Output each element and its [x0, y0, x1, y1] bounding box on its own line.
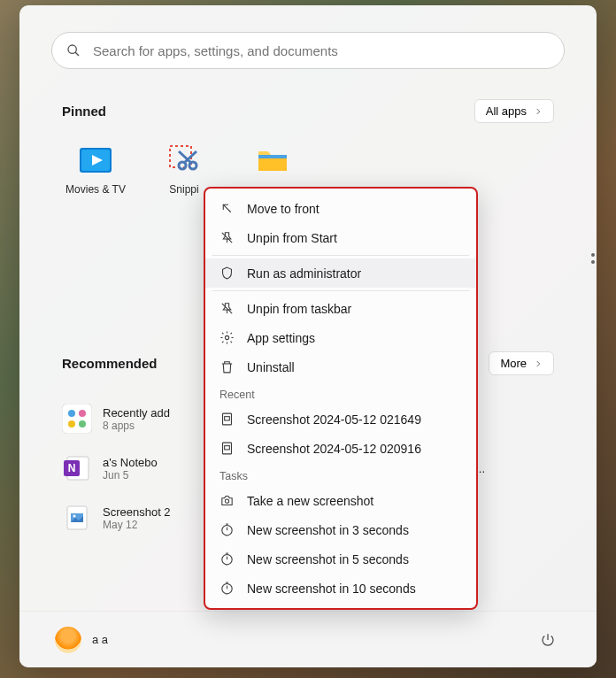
- camera-icon: [219, 493, 235, 508]
- cm-recent-item[interactable]: Screenshot 2024-05-12 021649: [205, 404, 476, 434]
- cm-unpin-start[interactable]: Unpin from Start: [205, 223, 476, 252]
- movies-tv-icon: [78, 143, 113, 178]
- svg-point-37: [222, 555, 232, 565]
- power-icon: [540, 632, 556, 648]
- user-name: a a: [92, 633, 108, 646]
- svg-rect-29: [223, 413, 232, 425]
- user-account-button[interactable]: a a: [55, 627, 108, 653]
- rec-title: Recently add: [103, 406, 170, 420]
- timer-icon: [219, 581, 235, 596]
- svg-point-16: [79, 420, 86, 428]
- cm-tasks-label: Tasks: [205, 463, 476, 486]
- separator: [212, 255, 469, 256]
- svg-point-14: [79, 410, 86, 417]
- svg-rect-31: [223, 443, 232, 454]
- cm-task-item[interactable]: New screenshot in 3 seconds: [205, 515, 476, 544]
- all-apps-button[interactable]: All apps: [474, 99, 554, 123]
- search-bar[interactable]: [51, 32, 565, 69]
- cm-run-admin[interactable]: Run as administrator: [205, 258, 476, 288]
- start-footer: a a: [19, 611, 597, 667]
- more-button[interactable]: More: [489, 351, 554, 375]
- arrow-top-left-icon: [219, 201, 235, 216]
- image-file-icon: [62, 503, 92, 533]
- cm-task-item[interactable]: Take a new screenshot: [205, 486, 476, 515]
- cm-app-settings[interactable]: App settings: [205, 323, 476, 352]
- rec-title: a's Notebo: [103, 456, 158, 469]
- image-file-icon: [219, 441, 235, 456]
- power-button[interactable]: [535, 627, 561, 653]
- avatar: [55, 627, 81, 653]
- rec-sub: 8 apps: [103, 420, 170, 432]
- svg-point-34: [222, 526, 232, 535]
- timer-icon: [219, 522, 235, 537]
- onenote-icon: N: [62, 453, 92, 483]
- context-menu: Move to front Unpin from Start Run as ad…: [204, 187, 478, 610]
- recommended-heading: Recommended: [62, 356, 158, 371]
- svg-point-13: [68, 410, 75, 417]
- cm-task-item[interactable]: New screenshot in 5 seconds: [205, 544, 476, 574]
- chevron-right-icon: [534, 359, 543, 368]
- svg-rect-32: [225, 446, 230, 450]
- separator: [212, 290, 469, 291]
- cm-move-to-front[interactable]: Move to front: [205, 194, 476, 223]
- apps-group-icon: [62, 404, 92, 434]
- gear-icon: [219, 330, 235, 345]
- svg-point-33: [225, 499, 228, 503]
- svg-rect-11: [258, 155, 287, 158]
- svg-rect-10: [258, 157, 287, 171]
- search-input[interactable]: [93, 43, 550, 58]
- svg-point-15: [68, 420, 75, 428]
- snipping-tool-icon: [166, 143, 202, 178]
- unpin-icon: [219, 301, 235, 316]
- svg-point-40: [222, 584, 232, 594]
- file-explorer-icon: [255, 143, 290, 178]
- timer-icon: [219, 551, 235, 566]
- image-file-icon: [219, 412, 235, 427]
- page-dots[interactable]: [584, 253, 602, 264]
- svg-point-0: [68, 45, 76, 53]
- cm-uninstall[interactable]: Uninstall: [205, 352, 476, 381]
- svg-point-28: [225, 335, 228, 339]
- cm-recent-label: Recent: [205, 381, 476, 404]
- svg-text:N: N: [68, 462, 76, 474]
- chevron-right-icon: [534, 107, 543, 116]
- shield-icon: [219, 266, 235, 281]
- app-tile-label: Snippi: [169, 183, 198, 196]
- rec-sub: Jun 5: [103, 469, 158, 482]
- search-icon: [66, 43, 81, 58]
- svg-line-23: [223, 204, 231, 212]
- svg-point-22: [73, 515, 76, 518]
- app-tile-movies-tv[interactable]: Movies & TV: [55, 137, 136, 201]
- svg-rect-12: [62, 404, 92, 434]
- rec-sub: May 12: [103, 519, 171, 531]
- pinned-heading: Pinned: [62, 104, 106, 119]
- cm-unpin-taskbar[interactable]: Unpin from taskbar: [205, 294, 476, 323]
- unpin-icon: [219, 230, 235, 245]
- app-tile-label: Movies & TV: [65, 183, 126, 196]
- svg-rect-30: [225, 417, 230, 420]
- cm-task-item[interactable]: New screenshot in 10 seconds: [205, 574, 476, 603]
- svg-line-1: [75, 52, 79, 56]
- trash-icon: [219, 359, 235, 374]
- cm-recent-item[interactable]: Screenshot 2024-05-12 020916: [205, 434, 476, 463]
- start-menu: Pinned All apps Movies & TV Snippi Re: [19, 5, 597, 667]
- rec-title: Screenshot 2: [103, 505, 171, 519]
